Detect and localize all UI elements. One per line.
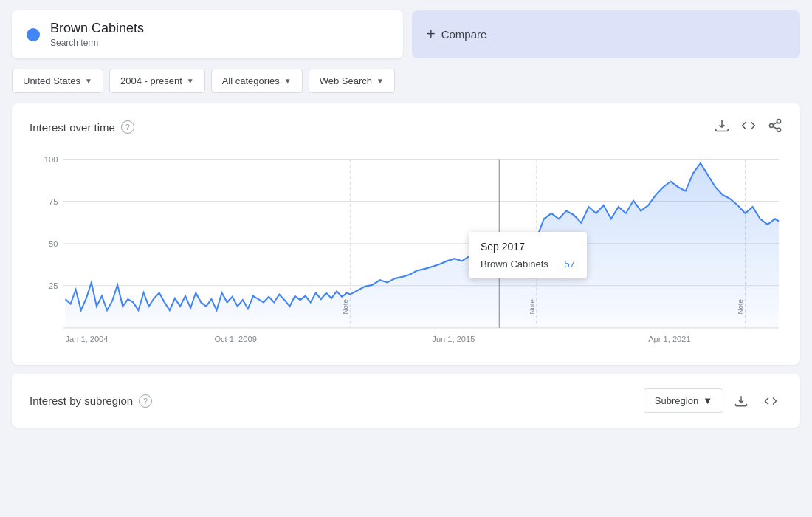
trend-chart-svg: 100 75 50 25 Jan 1, 2004 Oct 1, 2009 Jun… bbox=[30, 143, 782, 350]
category-filter-chevron: ▼ bbox=[284, 77, 292, 85]
svg-text:Oct 1, 2009: Oct 1, 2009 bbox=[214, 335, 256, 343]
svg-text:Jun 1, 2015: Jun 1, 2015 bbox=[432, 335, 475, 343]
search-type-filter-chevron: ▼ bbox=[376, 77, 384, 85]
category-filter[interactable]: All categories ▼ bbox=[211, 69, 303, 93]
share-button[interactable] bbox=[768, 118, 782, 136]
bottom-card-left: Interest by subregion ? bbox=[30, 394, 152, 408]
search-dot bbox=[27, 28, 40, 41]
svg-point-0 bbox=[777, 120, 781, 123]
subregion-embed-button[interactable] bbox=[759, 389, 782, 413]
subregion-help-icon[interactable]: ? bbox=[139, 394, 152, 408]
compare-label: Compare bbox=[441, 28, 487, 41]
svg-text:50: 50 bbox=[49, 239, 58, 248]
filter-row: United States ▼ 2004 - present ▼ All cat… bbox=[0, 69, 812, 103]
svg-line-4 bbox=[773, 122, 777, 124]
search-type-filter-label: Web Search bbox=[320, 75, 372, 86]
chart-area: 100 75 50 25 Jan 1, 2004 Oct 1, 2009 Jun… bbox=[30, 143, 782, 350]
svg-text:Apr 1, 2021: Apr 1, 2021 bbox=[648, 335, 690, 343]
interest-by-subregion-card: Interest by subregion ? Subregion ▼ bbox=[12, 374, 800, 428]
chart-title: Interest over time bbox=[30, 121, 115, 134]
svg-text:25: 25 bbox=[49, 281, 58, 290]
svg-text:Jan 1, 2004: Jan 1, 2004 bbox=[65, 335, 109, 343]
svg-text:100: 100 bbox=[44, 155, 58, 164]
chart-help-icon[interactable]: ? bbox=[121, 120, 134, 134]
location-filter[interactable]: United States ▼ bbox=[12, 69, 103, 93]
svg-point-1 bbox=[770, 124, 774, 128]
svg-line-3 bbox=[773, 126, 777, 129]
time-filter-chevron: ▼ bbox=[187, 77, 194, 85]
subregion-label: Subregion bbox=[655, 395, 698, 406]
chart-header: Interest over time ? bbox=[30, 118, 782, 136]
bottom-card-right: Subregion ▼ bbox=[644, 388, 782, 413]
time-filter-label: 2004 - present bbox=[120, 75, 182, 86]
compare-card[interactable]: + Compare bbox=[412, 10, 800, 58]
subregion-dropdown[interactable]: Subregion ▼ bbox=[644, 388, 723, 413]
chart-title-group: Interest over time ? bbox=[30, 120, 134, 134]
search-term-title: Brown Cabinets bbox=[50, 21, 144, 36]
search-term-text: Brown Cabinets Search term bbox=[50, 21, 144, 48]
subregion-download-button[interactable] bbox=[729, 389, 753, 413]
subregion-chevron-icon: ▼ bbox=[703, 395, 712, 406]
location-filter-label: United States bbox=[23, 75, 80, 86]
search-type-filter[interactable]: Web Search ▼ bbox=[309, 69, 395, 93]
subregion-title: Interest by subregion bbox=[30, 394, 133, 407]
interest-over-time-card: Interest over time ? bbox=[12, 103, 800, 365]
search-term-subtitle: Search term bbox=[50, 38, 144, 48]
svg-text:75: 75 bbox=[49, 197, 58, 206]
tooltip-dot bbox=[495, 253, 503, 261]
download-button[interactable] bbox=[715, 118, 729, 136]
embed-button[interactable] bbox=[741, 118, 756, 136]
location-filter-chevron: ▼ bbox=[85, 77, 92, 85]
chart-actions bbox=[715, 118, 782, 136]
main-content: Interest over time ? bbox=[0, 103, 812, 428]
svg-point-2 bbox=[777, 128, 781, 131]
top-bar: Brown Cabinets Search term + Compare bbox=[0, 0, 812, 69]
time-filter[interactable]: 2004 - present ▼ bbox=[109, 69, 205, 93]
category-filter-label: All categories bbox=[222, 75, 280, 86]
compare-plus-icon: + bbox=[427, 26, 436, 43]
search-term-card: Brown Cabinets Search term bbox=[12, 10, 403, 58]
